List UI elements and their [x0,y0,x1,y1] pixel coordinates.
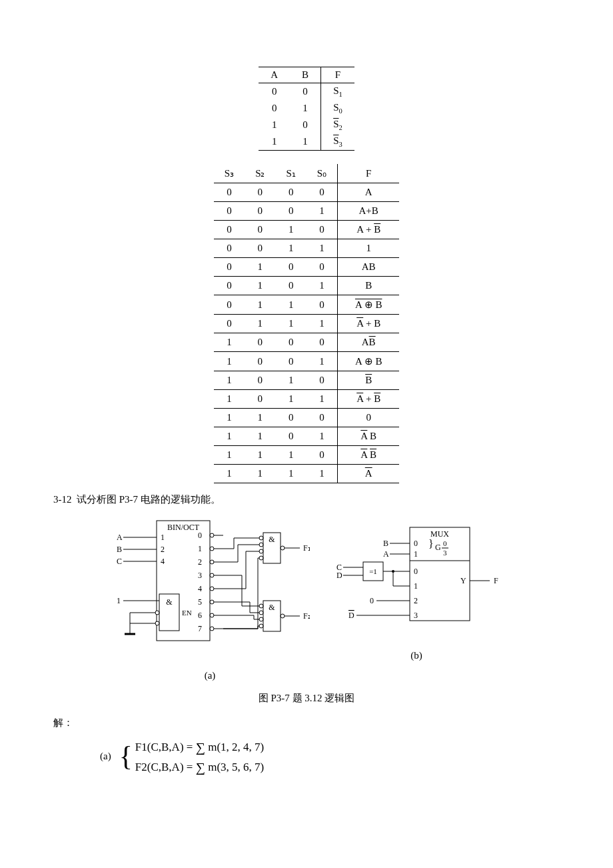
truth-table-large: S₃S₂S₁S₀F 0000A0001A+B0010A + B001110100… [214,164,399,483]
svg-text:D: D [348,611,354,620]
svg-text:G: G [435,543,441,552]
svg-point-29 [210,560,214,564]
svg-point-55 [259,556,263,560]
svg-text:B: B [117,545,122,554]
svg-text:F: F [494,576,498,585]
svg-text:MUX: MUX [430,529,449,539]
svg-text:BIN/OCT: BIN/OCT [167,523,200,532]
svg-text:3: 3 [414,611,418,620]
svg-text:D: D [336,571,342,580]
svg-rect-64 [410,527,470,621]
svg-point-58 [259,617,263,621]
svg-text:0: 0 [414,567,418,576]
svg-point-41 [210,613,214,617]
svg-text:1: 1 [414,549,418,559]
truth-table-small: ABF 00S101S010S211S3 [259,67,354,151]
figure-caption: 图 P3-7 题 3.12 逻辑图 [53,692,560,705]
svg-point-52 [259,536,263,540]
solution-label: 解： [53,717,560,729]
svg-text:1: 1 [161,533,165,542]
svg-text:0: 0 [370,596,374,605]
circuit-b: MUXB0A1}G030123=1CD0DYF (b) [330,514,503,681]
svg-text:3: 3 [443,549,447,557]
svg-point-59 [259,624,263,628]
svg-text:2: 2 [161,545,165,554]
circuit-b-caption: (b) [330,650,503,661]
svg-point-51 [281,614,285,618]
solution-equations: (a) { F1(C,B,A) = ∑ m(1, 2, 4, 7)F2(C,B,… [100,736,560,776]
svg-text:6: 6 [198,611,202,620]
svg-point-32 [210,573,214,577]
svg-point-17 [155,611,159,615]
svg-text:B: B [383,539,388,548]
svg-point-91 [392,570,394,573]
svg-point-53 [259,543,263,547]
svg-text:&: & [166,597,173,607]
svg-point-38 [210,600,214,604]
svg-text:1: 1 [198,544,202,553]
circuit-a-caption: (a) [110,670,310,681]
svg-point-23 [210,533,214,537]
svg-text:C: C [117,557,122,566]
svg-point-57 [259,611,263,615]
svg-text:7: 7 [198,624,202,633]
svg-text:3: 3 [198,571,202,580]
problem-statement: 3-12 试分析图 P3-7 电路的逻辑功能。 [53,493,560,506]
svg-text:0: 0 [414,539,418,548]
svg-point-54 [259,549,263,553]
svg-point-26 [210,547,214,551]
svg-text:}: } [428,538,434,549]
svg-point-56 [259,604,263,608]
svg-text:4: 4 [161,557,165,566]
svg-text:A: A [383,549,389,559]
svg-text:Y: Y [460,576,466,585]
svg-text:5: 5 [198,597,202,607]
svg-text:A: A [117,533,123,542]
svg-text:0: 0 [443,539,447,547]
svg-text:2: 2 [198,557,202,567]
svg-text:0: 0 [198,531,202,540]
svg-text:EN: EN [182,609,192,617]
svg-text:=1: =1 [369,567,377,575]
svg-text:&: & [269,603,275,612]
svg-point-19 [155,621,159,625]
svg-text:4: 4 [198,584,202,593]
svg-text:&: & [269,535,275,544]
svg-text:2: 2 [414,596,418,605]
svg-text:F₁: F₁ [303,543,310,553]
svg-point-44 [210,627,214,631]
svg-text:1: 1 [117,596,121,605]
svg-point-48 [281,546,285,550]
circuit-a: BIN/OCTA1B2C4&EN101234567&&F₁F₂ (a) [110,514,310,681]
svg-point-35 [210,587,214,591]
svg-text:F₂: F₂ [303,611,310,621]
svg-text:1: 1 [414,581,418,591]
